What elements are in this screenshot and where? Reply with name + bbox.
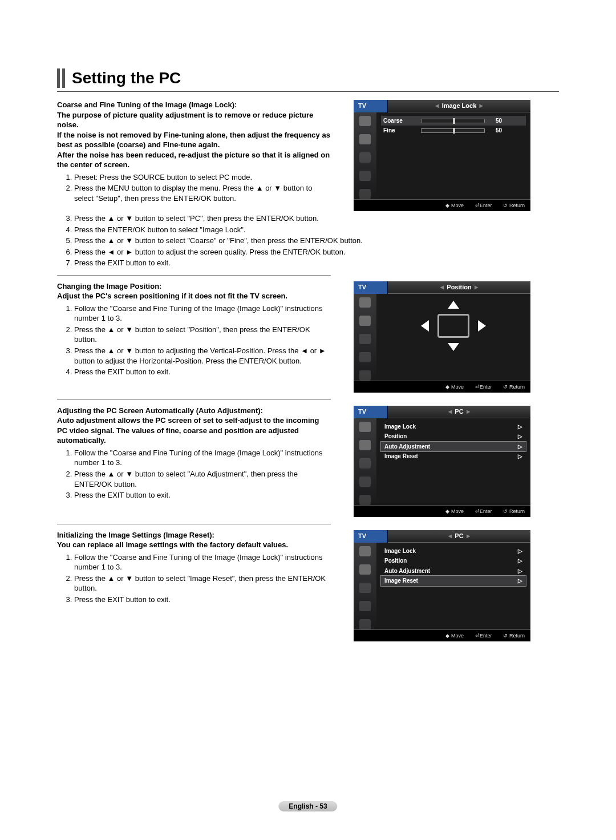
- chevron-right-icon: ▷: [518, 577, 522, 585]
- sound-icon: [359, 316, 371, 326]
- steps-cont: Press the ▲ or ▼ button to select "PC", …: [57, 213, 525, 268]
- divider: [57, 524, 331, 524]
- osd-footer: Move Enter Return: [354, 381, 530, 393]
- chevron-right-icon: ▷: [518, 557, 522, 565]
- sound-icon: [359, 440, 371, 450]
- osd-main: Image Lock▷ Position▷ Auto Adjustment▷ I…: [376, 543, 530, 629]
- divider: [57, 275, 331, 276]
- menu-item-position[interactable]: Position▷: [381, 431, 526, 442]
- osd-main: Image Lock▷ Position▷ Auto Adjustment▷ I…: [376, 418, 530, 505]
- step: Press the ▲ or ▼ button to select "Posit…: [74, 325, 331, 345]
- osd-sidebar: [354, 294, 376, 381]
- chevron-right-icon: ▷: [518, 433, 522, 441]
- sound-icon: [359, 134, 371, 144]
- divider: [57, 91, 559, 92]
- intro: The purpose of picture quality adjustmen…: [57, 110, 331, 170]
- input-icon: [359, 619, 371, 629]
- osd-sidebar: [354, 543, 376, 629]
- menu-item-image-lock[interactable]: Image Lock▷: [381, 546, 526, 556]
- sound-icon: [359, 564, 371, 575]
- arrow-left-icon[interactable]: [421, 320, 429, 332]
- tv-icon: [437, 314, 469, 338]
- menu-item-image-reset[interactable]: Image Reset▷: [381, 451, 526, 462]
- step: Press the EXIT button to exit.: [74, 595, 331, 605]
- osd-title: ◄ PC ►: [388, 406, 530, 418]
- chevron-right-icon: ▷: [518, 453, 522, 461]
- section-auto-adjust: TV ◄ PC ► Image Lock▷ Position▷ Auto A: [57, 406, 530, 517]
- position-diagram: [402, 297, 505, 354]
- step: Press the ▲ or ▼ button to adjusting the…: [74, 346, 331, 366]
- chevron-right-icon: ▷: [518, 547, 522, 555]
- setup-icon: [359, 476, 371, 487]
- intro: You can replace all image settings with …: [57, 540, 331, 550]
- menu-item-auto-adjustment[interactable]: Auto Adjustment▷: [381, 566, 526, 576]
- step: Preset: Press the SOURCE button to selec…: [74, 172, 331, 183]
- arrow-right-icon[interactable]: [478, 320, 486, 332]
- section-image-lock: TV ◄ Image Lock ► Coarse: [57, 100, 530, 268]
- osd-pc-reset: TV ◄ PC ► Image Lock▷ Position▷ Auto A: [354, 530, 530, 641]
- step: Press the MENU button to display the men…: [74, 183, 331, 203]
- step: Follow the "Coarse and Fine Tuning of th…: [74, 552, 331, 572]
- text-position: Changing the Image Position: Adjust the …: [57, 281, 331, 378]
- osd-main: Coarse 50 Fine 50: [376, 112, 530, 199]
- menu-item-auto-adjustment[interactable]: Auto Adjustment▷: [381, 442, 526, 452]
- page: Setting the PC TV ◄ Image Lock ►: [0, 0, 616, 840]
- steps: Follow the "Coarse and Fine Tuning of th…: [57, 552, 331, 605]
- osd-title: ◄ Position ►: [388, 281, 530, 294]
- text-auto-adjust: Adjusting the PC Screen Automatically (A…: [57, 406, 331, 502]
- step: Follow the "Coarse and Fine Tuning of th…: [74, 448, 331, 468]
- step: Press the ▲ or ▼ button to select "PC", …: [74, 213, 525, 224]
- steps: Preset: Press the SOURCE button to selec…: [57, 172, 331, 204]
- osd-tv-label: TV: [354, 530, 388, 543]
- step: Press the EXIT button to exit.: [74, 490, 331, 500]
- picture-icon: [359, 116, 371, 126]
- chevron-right-icon: ▷: [518, 443, 522, 451]
- osd-tv-label: TV: [354, 406, 388, 418]
- text-image-reset: Initializing the Image Settings (Image R…: [57, 530, 331, 606]
- page-title-row: Setting the PC: [57, 68, 559, 88]
- step: Press the ▲ or ▼ button to select "Image…: [74, 574, 331, 593]
- arrow-up-icon[interactable]: [448, 301, 459, 309]
- osd-tv-label: TV: [354, 100, 388, 112]
- input-icon: [359, 189, 371, 199]
- step: Press the EXIT button to exit.: [74, 367, 331, 377]
- slider-fine[interactable]: Fine 50: [381, 126, 526, 136]
- picture-icon: [359, 297, 371, 308]
- steps: Follow the "Coarse and Fine Tuning of th…: [57, 448, 331, 500]
- menu-item-image-lock[interactable]: Image Lock▷: [381, 422, 526, 432]
- osd-position: TV ◄ Position ►: [354, 281, 530, 393]
- steps: Follow the "Coarse and Fine Tuning of th…: [57, 304, 331, 377]
- step: Press the ▲ or ▼ button to select "Auto …: [74, 469, 331, 489]
- osd-footer: Move Enter Return: [354, 629, 530, 641]
- chevron-right-icon: ▷: [518, 423, 522, 431]
- section-position: TV ◄ Position ►: [57, 281, 530, 393]
- channel-icon: [359, 334, 371, 344]
- picture-icon: [359, 422, 371, 432]
- arrow-down-icon[interactable]: [448, 343, 459, 351]
- heading: Changing the Image Position:: [57, 281, 331, 292]
- input-icon: [359, 495, 371, 505]
- osd-sidebar: [354, 112, 376, 199]
- osd-sidebar: [354, 418, 376, 505]
- osd-footer: Move Enter Return: [354, 199, 530, 211]
- osd-image-lock: TV ◄ Image Lock ► Coarse: [354, 100, 530, 211]
- slider-bar: [421, 119, 485, 123]
- setup-icon: [359, 352, 371, 362]
- osd-tv-label: TV: [354, 281, 388, 294]
- divider: [57, 399, 331, 400]
- page-number: English - 53: [278, 801, 337, 811]
- menu-item-position[interactable]: Position▷: [381, 556, 526, 566]
- osd-main: [376, 294, 530, 381]
- step: Press the EXIT button to exit.: [74, 258, 525, 268]
- osd-pc-auto: TV ◄ PC ► Image Lock▷ Position▷ Auto A: [354, 406, 530, 517]
- channel-icon: [359, 458, 371, 469]
- intro: Adjust the PC's screen positioning if it…: [57, 291, 331, 301]
- setup-icon: [359, 601, 371, 611]
- slider-bar: [421, 128, 485, 133]
- slider-coarse[interactable]: Coarse 50: [381, 116, 526, 126]
- title-decoration: [57, 68, 65, 88]
- section-image-reset: TV ◄ PC ► Image Lock▷ Position▷ Auto A: [57, 530, 530, 641]
- menu-item-image-reset[interactable]: Image Reset▷: [381, 576, 526, 586]
- text-image-lock: Coarse and Fine Tuning of the Image (Ima…: [57, 100, 331, 204]
- channel-icon: [359, 583, 371, 593]
